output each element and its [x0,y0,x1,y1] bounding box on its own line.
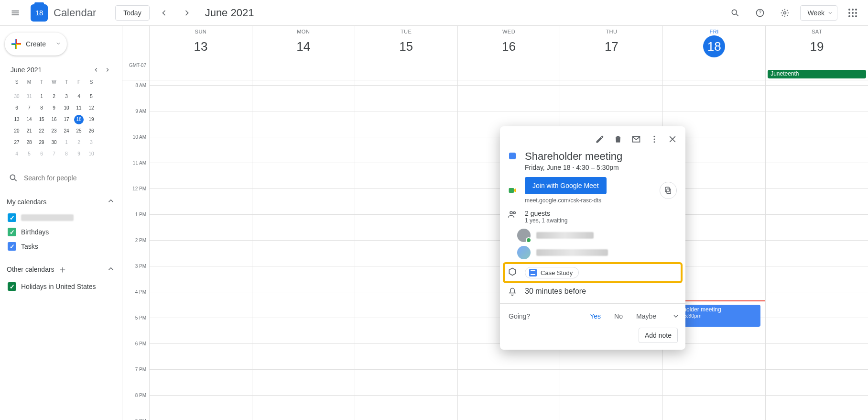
calendar-checkbox[interactable] [8,213,16,222]
rsvp-no-button[interactable]: No [609,309,628,323]
calendar-item[interactable]: Holidays in United States [7,280,115,293]
mini-cal-day[interactable]: 27 [12,138,22,147]
mini-cal-day[interactable]: 20 [12,126,22,136]
mini-cal-day[interactable]: 2 [74,138,84,147]
rsvp-more-button[interactable] [667,312,680,320]
mini-cal-next[interactable] [102,64,113,76]
close-popover-button[interactable] [664,131,681,147]
day-column[interactable] [355,80,457,420]
view-switcher[interactable]: Week [800,5,837,21]
add-note-button[interactable]: Add note [639,328,678,343]
calendar-checkbox[interactable] [8,282,16,291]
mini-cal-day[interactable]: 9 [74,149,84,159]
mini-cal-day[interactable]: 19 [87,115,96,124]
mini-cal-day[interactable]: 29 [37,138,46,147]
copy-meet-link-button[interactable] [660,182,677,199]
allday-fri[interactable] [662,69,765,80]
mini-cal-grid[interactable]: SMTWTFS303112345678910111213141516171819… [11,79,113,160]
mini-cal-day[interactable]: 23 [49,126,59,136]
mini-cal-day[interactable]: 3 [87,138,96,147]
mini-cal-day[interactable]: 2 [49,92,59,101]
mini-cal-day[interactable]: 7 [24,103,34,113]
edit-event-button[interactable] [592,131,608,147]
allday-event-juneteenth[interactable]: Juneteenth [768,70,866,78]
day-column[interactable] [252,80,355,420]
day-column[interactable] [765,80,868,420]
search-button[interactable] [726,3,745,22]
day-header-fri[interactable]: FRI 18 [662,26,765,69]
my-calendars-toggle[interactable]: My calendars [7,197,115,207]
email-guests-button[interactable] [628,131,644,147]
mini-cal-day[interactable]: 18 [74,115,84,124]
mini-cal-day[interactable]: 17 [62,115,71,124]
mini-cal-day[interactable]: 25 [74,126,84,136]
time-grid-viewport[interactable]: 8 AM9 AM10 AM11 AM12 PM1 PM2 PM3 PM4 PM5… [122,80,868,420]
mini-cal-day[interactable]: 4 [74,92,84,101]
next-week-button[interactable] [178,4,195,22]
mini-cal-day[interactable]: 15 [37,115,46,124]
mini-cal-day[interactable]: 9 [49,103,59,113]
mini-cal-day[interactable]: 28 [24,138,34,147]
mini-cal-prev[interactable] [90,64,102,76]
other-calendars-toggle[interactable]: Other calendars ＋ [7,263,115,276]
allday-sun[interactable] [149,69,252,80]
mini-cal-day[interactable]: 5 [87,92,96,101]
mini-cal-day[interactable]: 21 [24,126,34,136]
mini-cal-day[interactable]: 7 [49,149,59,159]
mini-cal-day[interactable]: 14 [24,115,34,124]
calendar-item[interactable] [7,211,115,224]
allday-thu[interactable] [560,69,662,80]
calendar-item[interactable]: Tasks [7,240,115,253]
mini-cal-day[interactable]: 1 [62,138,71,147]
mini-cal-day[interactable]: 3 [62,92,71,101]
allday-wed[interactable] [457,69,560,80]
event-options-button[interactable] [646,131,662,147]
mini-cal-day[interactable]: 30 [12,92,22,101]
mini-cal-day[interactable]: 10 [62,103,71,113]
day-column[interactable] [149,80,252,420]
day-header-sun[interactable]: SUN 13 [149,26,252,69]
mini-cal-day[interactable]: 31 [24,92,34,101]
rsvp-yes-button[interactable]: Yes [585,309,606,323]
search-people-input[interactable] [23,174,113,182]
day-header-thu[interactable]: THU 17 [560,26,662,69]
google-apps-button[interactable] [843,3,862,22]
mini-cal-day[interactable]: 8 [37,103,46,113]
day-header-wed[interactable]: WED 16 [457,26,560,69]
mini-cal-day[interactable]: 12 [87,103,96,113]
allday-mon[interactable] [252,69,355,80]
mini-cal-day[interactable]: 10 [87,149,96,159]
main-menu-button[interactable] [6,3,25,22]
calendar-checkbox[interactable] [8,228,16,236]
calendar-item[interactable]: Birthdays [7,226,115,238]
today-button[interactable]: Today [115,5,149,21]
prev-week-button[interactable] [155,4,173,22]
join-meet-button[interactable]: Join with Google Meet [525,177,607,194]
mini-cal-day[interactable]: 13 [12,115,22,124]
delete-event-button[interactable] [610,131,626,147]
create-button[interactable]: Create [5,33,67,55]
allday-sat[interactable]: Juneteenth [765,69,868,80]
mini-cal-day[interactable]: 4 [12,149,22,159]
add-other-calendar[interactable]: ＋ [56,263,69,276]
guest-row[interactable] [500,244,685,261]
rsvp-maybe-button[interactable]: Maybe [631,309,661,323]
attachment-chip[interactable]: Case Study [525,267,579,278]
mini-cal-day[interactable]: 11 [74,103,84,113]
calendar-checkbox[interactable] [8,242,16,251]
mini-cal-day[interactable]: 30 [49,138,59,147]
mini-cal-day[interactable]: 16 [49,115,59,124]
support-button[interactable]: ? [750,3,770,22]
mini-cal-day[interactable]: 24 [62,126,71,136]
mini-cal-day[interactable]: 6 [37,149,46,159]
mini-cal-day[interactable]: 8 [62,149,71,159]
mini-cal-day[interactable]: 26 [87,126,96,136]
mini-cal-day[interactable]: 6 [12,103,22,113]
search-people[interactable] [7,170,115,186]
mini-cal-day[interactable]: 5 [24,149,34,159]
mini-cal-day[interactable]: 22 [37,126,46,136]
guest-row[interactable] [500,227,685,244]
allday-tue[interactable] [355,69,457,80]
day-header-mon[interactable]: MON 14 [252,26,355,69]
day-header-sat[interactable]: SAT 19 [765,26,868,69]
